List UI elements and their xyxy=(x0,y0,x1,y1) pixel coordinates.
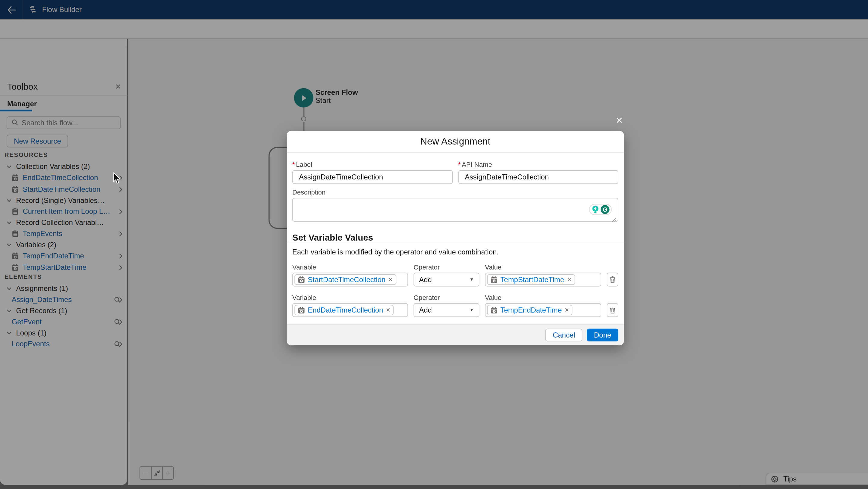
lightbulb-icon xyxy=(591,205,600,214)
cancel-button[interactable]: Cancel xyxy=(546,328,582,341)
remove-pill-icon[interactable]: ✕ xyxy=(386,307,391,313)
resource-pill[interactable]: StartDateTimeCollection ✕ xyxy=(294,274,396,285)
remove-pill-icon[interactable]: ✕ xyxy=(564,307,569,313)
trash-icon xyxy=(610,276,616,283)
label-input[interactable] xyxy=(292,170,453,184)
variable-combobox[interactable]: StartDateTimeCollection ✕ xyxy=(292,273,408,287)
required-asterisk: * xyxy=(458,161,461,169)
variable-combobox[interactable]: EndDateTimeCollection ✕ xyxy=(292,303,408,317)
value-label: Value xyxy=(485,263,601,271)
done-button[interactable]: Done xyxy=(587,328,618,341)
operator-label: Operator xyxy=(413,263,479,271)
datetime-variable-icon xyxy=(298,276,305,283)
description-wrap: G xyxy=(292,198,618,224)
modal-footer: Cancel Done xyxy=(287,324,624,345)
datetime-variable-icon xyxy=(491,276,498,283)
variable-label: Variable xyxy=(292,294,408,302)
caret-down-icon: ▼ xyxy=(469,308,474,313)
section-divider xyxy=(287,243,624,243)
resource-pill[interactable]: TempStartDateTime ✕ xyxy=(487,274,575,285)
api-name-field-label: *API Name xyxy=(458,161,618,169)
modal-close-icon[interactable]: ✕ xyxy=(616,115,623,126)
caret-down-icon: ▼ xyxy=(469,277,474,282)
description-label: Description xyxy=(292,189,618,196)
value-combobox[interactable]: TempEndDateTime ✕ xyxy=(485,303,601,317)
datetime-variable-icon xyxy=(298,307,305,314)
assignment-row: Variable EndDateTimeCollection ✕ Operato… xyxy=(292,291,618,317)
label-field-label: *Label xyxy=(292,161,453,169)
variable-label: Variable xyxy=(292,263,408,271)
modal-title: New Assignment xyxy=(420,136,490,147)
operator-select[interactable]: Add ▼ xyxy=(413,303,479,317)
remove-pill-icon[interactable]: ✕ xyxy=(567,277,571,283)
remove-pill-icon[interactable]: ✕ xyxy=(388,277,393,283)
resize-handle-icon[interactable] xyxy=(612,218,617,223)
delete-row-button[interactable] xyxy=(607,273,618,287)
required-asterisk: * xyxy=(292,161,295,169)
resource-pill[interactable]: TempEndDateTime ✕ xyxy=(487,305,572,315)
value-combobox[interactable]: TempStartDateTime ✕ xyxy=(485,273,601,287)
datetime-variable-icon xyxy=(491,307,498,314)
grammarly-widget[interactable]: G xyxy=(589,204,612,215)
set-variable-values-heading: Set Variable Values xyxy=(292,233,618,243)
flow-builder-window: Flow Builder Select Elements ↶ ↷ ⚙ Auto-… xyxy=(0,0,868,489)
resource-pill[interactable]: EndDateTimeCollection ✕ xyxy=(294,305,394,315)
delete-row-button[interactable] xyxy=(607,303,618,317)
modal-header: New Assignment xyxy=(287,131,624,153)
assignment-row: Variable StartDateTimeCollection ✕ Opera… xyxy=(292,261,618,287)
description-textarea[interactable] xyxy=(292,198,618,222)
operator-label: Operator xyxy=(413,294,479,302)
api-name-input[interactable] xyxy=(458,170,618,184)
new-assignment-modal: New Assignment *Label *API Name Descript… xyxy=(287,131,624,345)
modal-body: *Label *API Name Description G Set Varia… xyxy=(287,153,624,338)
value-label: Value xyxy=(485,294,601,302)
trash-icon xyxy=(610,307,616,314)
set-variable-values-subtext: Each variable is modified by the operato… xyxy=(292,248,618,256)
operator-select[interactable]: Add ▼ xyxy=(413,273,479,287)
grammarly-g-icon: G xyxy=(600,205,609,214)
